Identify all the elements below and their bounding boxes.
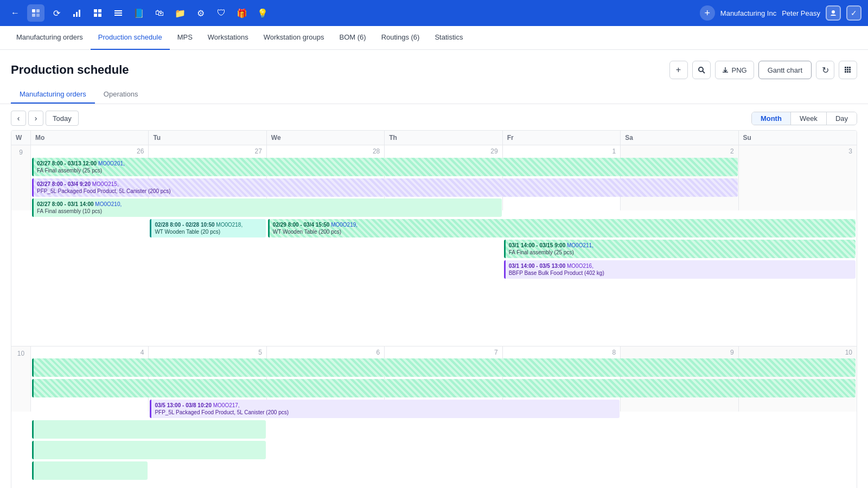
event-w10-t1[interactable] xyxy=(32,379,856,397)
svg-rect-25 xyxy=(849,71,851,73)
add-new-button[interactable]: + xyxy=(669,61,688,79)
gift-icon[interactable]: 🎁 xyxy=(233,4,251,22)
page-header: Production schedule + PNG Gantt chart ↻ xyxy=(0,50,868,86)
nav-bom[interactable]: BOM (6) xyxy=(332,26,374,50)
book-icon[interactable]: 📘 xyxy=(130,4,148,22)
view-toggle-button[interactable] xyxy=(839,61,857,79)
bulb-icon[interactable]: 💡 xyxy=(254,4,271,22)
svg-rect-4 xyxy=(73,14,75,17)
svg-rect-19 xyxy=(849,67,851,68)
calendar-header: W Mo Tu We Th Fr Sa Su xyxy=(11,131,857,145)
user-avatar[interactable] xyxy=(826,5,841,21)
period-selector: Month Week Day xyxy=(751,112,857,125)
day-button[interactable]: Day xyxy=(827,112,857,125)
week-header: W xyxy=(11,131,31,145)
top-bar-right-section: + Manufacturing Inc Peter Peasy ✓ xyxy=(700,5,861,21)
navigation-buttons: ‹ › Today xyxy=(11,111,79,126)
svg-rect-24 xyxy=(847,71,848,73)
svg-rect-8 xyxy=(98,9,101,12)
svg-rect-20 xyxy=(845,69,846,70)
svg-rect-9 xyxy=(94,14,97,17)
event-w10-t3[interactable] xyxy=(32,420,266,439)
company-name: Manufacturing Inc xyxy=(720,9,776,17)
secondary-navigation: Manufacturing orders Production schedule… xyxy=(0,26,868,50)
png-label: PNG xyxy=(732,66,747,74)
spinner-icon[interactable]: ⟳ xyxy=(48,4,65,22)
nav-routings[interactable]: Routings (6) xyxy=(374,26,427,50)
event-mo0o215[interactable]: 02/27 8:00 - 03/4 9:20 MO0O215, PFP_5L P… xyxy=(32,178,738,197)
notifications-icon[interactable]: ✓ xyxy=(846,5,861,21)
gear-icon[interactable]: ⚙ xyxy=(192,4,209,22)
nav-mps[interactable]: MPS xyxy=(170,26,200,50)
svg-rect-23 xyxy=(845,71,846,73)
week-9-num: 9 xyxy=(11,145,31,210)
event-mo0o211[interactable]: 03/1 14:00 - 03/15 9:00 MO0O211, FA Fina… xyxy=(504,240,856,258)
svg-rect-10 xyxy=(98,14,101,17)
friday-header: Fr xyxy=(503,131,621,145)
gantt-label: Gantt chart xyxy=(768,66,802,74)
search-button[interactable] xyxy=(692,61,711,79)
top-navigation-bar: ← ⟳ 📘 🛍 📁 ⚙ 🛡 🎁 💡 + Manufacturing Inc Pe… xyxy=(0,0,868,26)
chart-icon[interactable] xyxy=(68,4,86,22)
next-button[interactable]: › xyxy=(28,111,43,126)
event-mo0o217[interactable]: 03/5 13:00 - 03/8 10:20 MO0O217, PFP_5L … xyxy=(150,400,620,418)
svg-rect-7 xyxy=(94,9,97,12)
list-icon[interactable] xyxy=(110,4,127,22)
svg-rect-17 xyxy=(845,67,846,68)
folder-icon[interactable]: 📁 xyxy=(171,4,189,22)
event-mo0o219[interactable]: 02/29 8:00 - 03/4 15:50 MO0O219, WT Wood… xyxy=(268,219,856,237)
nav-workstation-groups[interactable]: Workstation groups xyxy=(256,26,332,50)
shield-icon[interactable]: 🛡 xyxy=(213,4,230,22)
svg-rect-18 xyxy=(847,67,848,68)
svg-rect-13 xyxy=(114,15,122,16)
calendar: W Mo Tu We Th Fr Sa Su 9 26 27 28 29 1 2… xyxy=(11,130,857,488)
week-10: 10 4 5 6 7 8 9 10 03/5 13:00 - 03/8 10:2… xyxy=(11,346,857,488)
week-9: 9 26 27 28 29 1 2 3 02/27 8:00 - 03/13 1… xyxy=(11,145,857,346)
back-button[interactable]: ← xyxy=(7,4,24,22)
calendar-controls: ‹ › Today Month Week Day xyxy=(0,104,868,130)
today-button[interactable]: Today xyxy=(46,111,79,126)
gantt-chart-button[interactable]: Gantt chart xyxy=(758,61,812,79)
monday-header: Mo xyxy=(31,131,149,145)
event-mo0o216[interactable]: 03/1 14:00 - 03/5 13:00 MO0O216, BBFP Ba… xyxy=(504,260,856,279)
svg-rect-12 xyxy=(114,12,122,14)
svg-rect-21 xyxy=(847,69,848,70)
svg-rect-1 xyxy=(36,9,40,12)
week-10-num: 10 xyxy=(11,346,31,412)
refresh-button[interactable]: ↻ xyxy=(816,61,834,79)
tab-operations[interactable]: Operations xyxy=(95,86,147,104)
month-button[interactable]: Month xyxy=(752,112,791,125)
username: Peter Peasy xyxy=(782,9,820,17)
bag-icon[interactable]: 🛍 xyxy=(151,4,168,22)
tuesday-header: Tu xyxy=(149,131,266,145)
page-actions: + PNG Gantt chart ↻ xyxy=(669,61,857,79)
event-mo0o218[interactable]: 02/28 8:00 - 02/28 10:50 MO0O218, WT Woo… xyxy=(150,219,265,237)
nav-manufacturing-orders[interactable]: Manufacturing orders xyxy=(9,26,91,50)
event-w10-t4[interactable] xyxy=(32,441,266,459)
nav-statistics[interactable]: Statistics xyxy=(427,26,470,50)
svg-rect-0 xyxy=(32,9,35,12)
sunday-header: Su xyxy=(739,131,857,145)
svg-rect-5 xyxy=(76,12,78,17)
tab-manufacturing-orders[interactable]: Manufacturing orders xyxy=(11,86,95,104)
grid-icon[interactable] xyxy=(89,4,106,22)
week-button[interactable]: Week xyxy=(791,112,827,125)
add-button[interactable]: + xyxy=(700,5,715,21)
nav-workstations[interactable]: Workstations xyxy=(200,26,256,50)
app-icon-main[interactable] xyxy=(27,4,44,22)
prev-button[interactable]: ‹ xyxy=(11,111,26,126)
nav-production-schedule[interactable]: Production schedule xyxy=(91,26,170,50)
saturday-header: Sa xyxy=(621,131,738,145)
page-title: Production schedule xyxy=(11,63,129,77)
export-png-button[interactable]: PNG xyxy=(715,61,754,79)
svg-rect-6 xyxy=(79,10,80,17)
event-w10-t5[interactable] xyxy=(32,461,148,480)
sub-tabs: Manufacturing orders Operations xyxy=(0,86,868,104)
svg-rect-22 xyxy=(849,69,851,70)
event-mo0o210[interactable]: 02/27 8:00 - 03/1 14:00 MO0O210, FA Fina… xyxy=(32,198,502,217)
wednesday-header: We xyxy=(267,131,385,145)
event-w10-t0[interactable] xyxy=(32,358,856,377)
svg-rect-2 xyxy=(32,14,35,17)
svg-point-14 xyxy=(832,10,835,14)
event-mo0o201[interactable]: 02/27 8:00 - 03/13 12:00 MO0O201, FA Fin… xyxy=(32,158,738,176)
